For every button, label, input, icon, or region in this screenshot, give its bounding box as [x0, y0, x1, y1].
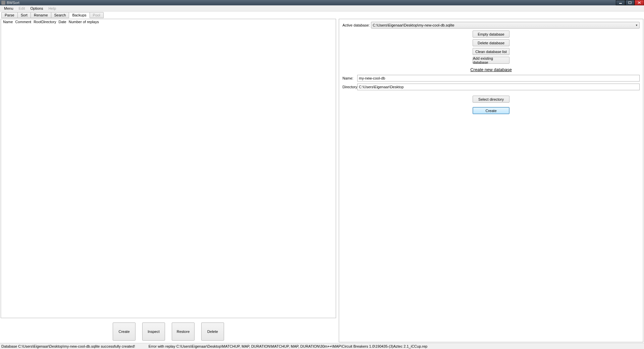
directory-label: Directory: — [342, 85, 357, 89]
delete-database-button[interactable]: Delete database — [473, 39, 509, 46]
right-pane: Active database: C:\Users\Eigenaar\Deskt… — [339, 19, 643, 342]
table-header: Name Comment RootDirectory Date Number o… — [1, 19, 336, 24]
active-db-dropdown[interactable]: C:\Users\Eigenaar\Desktop\my-new-cool-db… — [371, 22, 640, 29]
tab-strip: Parse Sort Rename Search Backups Pool — [0, 11, 644, 18]
restore-backup-button[interactable]: Restore — [172, 322, 195, 341]
tab-backups[interactable]: Backups — [69, 12, 90, 18]
delete-backup-button[interactable]: Delete — [201, 322, 224, 341]
name-input[interactable]: my-new-cool-db — [357, 75, 640, 82]
menu-edit: Edit — [16, 6, 28, 11]
maximize-button[interactable] — [625, 0, 635, 5]
window-title: BWSort — [7, 1, 19, 5]
menu-menu[interactable]: Menu — [1, 6, 16, 11]
menu-help: Help — [46, 6, 59, 11]
active-db-value: C:\Users\Eigenaar\Desktop\my-new-cool-db… — [373, 23, 454, 27]
create-backup-button[interactable]: Create — [113, 322, 136, 341]
minimize-button[interactable] — [616, 0, 625, 5]
create-db-title: Create new database — [342, 67, 640, 72]
left-pane: Name Comment RootDirectory Date Number o… — [1, 19, 336, 342]
tab-rename[interactable]: Rename — [31, 12, 51, 18]
inspect-backup-button[interactable]: Inspect — [142, 322, 165, 341]
col-rootdir: RootDirectory — [34, 20, 56, 24]
directory-value: C:\Users\Eigenaar\Desktop — [359, 85, 404, 89]
svg-rect-1 — [629, 2, 631, 4]
name-value: my-new-cool-db — [359, 76, 385, 80]
col-numreplays: Number of replays — [69, 20, 99, 24]
chevron-down-icon: ▼ — [635, 24, 638, 27]
create-database-button[interactable]: Create — [473, 107, 509, 114]
backup-table[interactable]: Name Comment RootDirectory Date Number o… — [1, 19, 336, 318]
active-db-label: Active database: — [342, 23, 370, 27]
directory-input[interactable]: C:\Users\Eigenaar\Desktop — [357, 84, 640, 90]
col-comment: Comment — [15, 20, 31, 24]
main-content: Name Comment RootDirectory Date Number o… — [0, 18, 644, 343]
status-bar: Database C:\Users\Eigenaar\Desktop\my-ne… — [0, 343, 644, 349]
empty-database-button[interactable]: Empty database — [473, 31, 509, 38]
tab-parse[interactable]: Parse — [1, 12, 18, 18]
col-date: Date — [58, 20, 66, 24]
status-error: Error with replay C:\Users\Eigenaar\Desk… — [149, 344, 428, 348]
tab-sort[interactable]: Sort — [17, 12, 31, 18]
title-bar: BWSort — [0, 0, 644, 5]
select-directory-button[interactable]: Select directory — [473, 96, 509, 103]
status-success: Database C:\Users\Eigenaar\Desktop\my-ne… — [1, 344, 135, 348]
clean-database-list-button[interactable]: Clean database list — [473, 48, 509, 55]
tab-pool: Pool — [90, 12, 104, 18]
menu-bar: Menu Edit Options Help — [0, 5, 644, 11]
app-icon — [1, 1, 5, 5]
bottom-button-bar: Create Inspect Restore Delete — [1, 321, 336, 342]
col-name: Name — [3, 20, 13, 24]
menu-options[interactable]: Options — [28, 6, 46, 11]
name-label: Name: — [342, 76, 357, 80]
add-existing-database-button[interactable]: Add existing database — [473, 57, 509, 64]
close-button[interactable] — [635, 0, 644, 5]
window-controls — [616, 0, 644, 5]
tab-search[interactable]: Search — [51, 12, 69, 18]
